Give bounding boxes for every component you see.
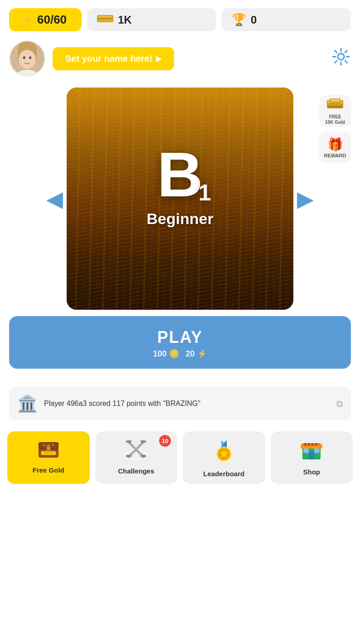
free-gold-nav-icon xyxy=(37,439,60,463)
set-name-label: Set your name here! xyxy=(65,54,152,64)
nav-label-shop: Shop xyxy=(303,468,321,476)
level-letter: B 1 xyxy=(157,143,203,206)
nav-label-free-gold: Free Gold xyxy=(33,466,64,474)
play-area: PLAY 100 🪙 20 ⚡ xyxy=(0,316,360,369)
gold-bars-icon xyxy=(326,98,344,110)
reward-side-button[interactable]: 🎁 REWARD xyxy=(319,132,351,163)
energy-badge: ⚡ 60/60 xyxy=(9,8,82,31)
ticker-text: Player 496a3 scored 117 points with "BRA… xyxy=(44,400,330,408)
nav-item-free-gold[interactable]: Free Gold xyxy=(7,431,90,484)
free-gold-side-button[interactable]: FREE10K Gold xyxy=(319,95,351,127)
profile-row: Set your name here! xyxy=(0,36,360,81)
energy-value: 60/60 xyxy=(37,13,67,27)
svg-rect-83 xyxy=(315,443,317,446)
svg-point-63 xyxy=(43,444,45,446)
prev-level-button[interactable]: ◀ xyxy=(43,186,67,211)
bottom-nav: Free Gold 10 Challenges xyxy=(0,428,360,493)
svg-line-16 xyxy=(345,61,347,63)
nav-item-shop[interactable]: Shop xyxy=(271,431,353,484)
trophy-icon: 🏆 xyxy=(232,13,246,27)
gold-side-icon xyxy=(326,98,344,113)
shop-icon xyxy=(300,439,323,460)
ticker-icon: 🏛️ xyxy=(17,394,38,413)
level-number: 1 xyxy=(199,181,211,204)
svg-rect-81 xyxy=(308,443,310,446)
svg-rect-22 xyxy=(331,99,340,104)
svg-rect-60 xyxy=(43,452,54,454)
challenges-badge: 10 xyxy=(159,435,171,447)
gold-bar-svg xyxy=(97,14,113,24)
nav-item-leaderboard[interactable]: Leaderboard xyxy=(183,431,265,484)
nav-label-challenges: Challenges xyxy=(118,467,154,475)
news-ticker: 🏛️ Player 496a3 scored 117 points with "… xyxy=(9,387,351,420)
svg-rect-84 xyxy=(309,451,314,459)
copy-icon[interactable]: ⧉ xyxy=(336,399,343,409)
chest-icon xyxy=(37,439,60,459)
svg-rect-82 xyxy=(311,443,313,446)
svg-point-6 xyxy=(19,50,36,69)
medal-icon xyxy=(212,439,236,462)
free-gold-side-label: FREE10K Gold xyxy=(325,114,345,125)
next-level-button[interactable]: ▶ xyxy=(293,186,317,211)
reward-icon: 🎁 xyxy=(327,137,343,152)
svg-line-18 xyxy=(335,61,337,63)
svg-rect-68 xyxy=(141,455,146,457)
svg-point-7 xyxy=(23,56,25,59)
level-card: B 1 Beginner xyxy=(67,88,293,310)
reward-label: REWARD xyxy=(324,153,346,158)
play-cost: 100 🪙 20 ⚡ xyxy=(153,349,207,359)
svg-rect-85 xyxy=(303,449,309,453)
svg-rect-67 xyxy=(126,455,131,457)
top-bar: ⚡ 60/60 1K 🏆 0 xyxy=(0,0,360,36)
leaderboard-nav-icon xyxy=(212,439,236,466)
bolt-icon: ⚡ xyxy=(19,13,34,27)
svg-point-64 xyxy=(52,444,54,446)
svg-line-15 xyxy=(335,50,337,53)
swords-icon xyxy=(124,439,148,459)
settings-button[interactable] xyxy=(331,47,351,71)
trophy-value: 0 xyxy=(251,14,257,26)
card-area: ◀ xyxy=(0,83,360,314)
gear-icon xyxy=(331,47,351,67)
side-icons: FREE10K Gold 🎁 REWARD xyxy=(319,95,351,163)
svg-point-8 xyxy=(29,56,31,59)
play-button[interactable]: PLAY 100 🪙 20 ⚡ xyxy=(9,316,351,369)
level-name: Beginner xyxy=(146,210,213,228)
gold-value: 1K xyxy=(118,14,132,26)
challenges-nav-icon xyxy=(124,439,148,463)
gold-box: 1K xyxy=(87,8,216,31)
trophy-box: 🏆 0 xyxy=(222,8,351,31)
gold-icon xyxy=(97,13,113,27)
shop-nav-icon xyxy=(300,439,323,464)
nav-label-leaderboard: Leaderboard xyxy=(203,470,244,478)
avatar[interactable] xyxy=(9,40,45,77)
svg-rect-80 xyxy=(304,443,306,446)
svg-rect-69 xyxy=(126,440,131,443)
svg-rect-86 xyxy=(314,449,320,453)
play-label: PLAY xyxy=(157,328,203,347)
card-content: B 1 Beginner xyxy=(67,88,293,310)
svg-point-10 xyxy=(338,54,344,60)
svg-rect-70 xyxy=(141,440,146,443)
avatar-svg xyxy=(10,40,44,77)
svg-line-17 xyxy=(345,50,347,53)
set-name-button[interactable]: Set your name here! xyxy=(53,47,174,70)
svg-rect-1 xyxy=(98,16,112,21)
nav-item-challenges[interactable]: 10 Challenges xyxy=(95,431,178,484)
